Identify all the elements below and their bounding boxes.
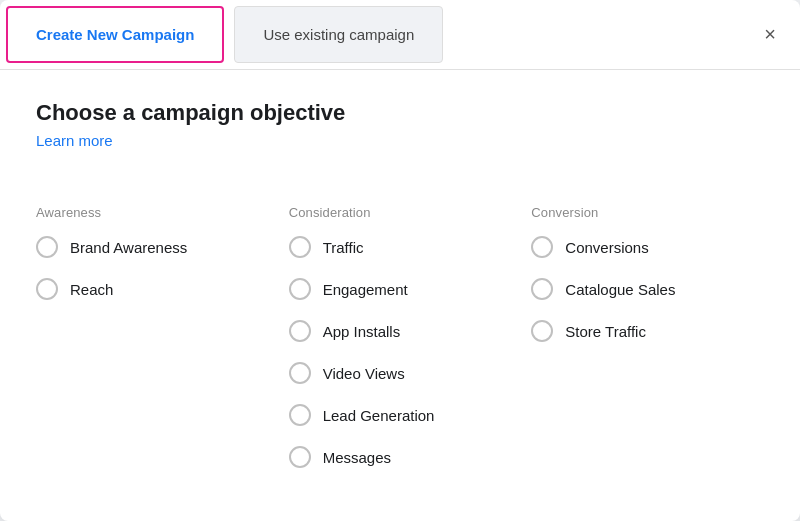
column-conversion: ConversionConversionsCatalogue SalesStor… [521,205,764,488]
objective-label-store-traffic: Store Traffic [565,323,646,340]
objective-item-traffic[interactable]: Traffic [289,236,512,258]
radio-messages[interactable] [289,446,311,468]
objective-label-brand-awareness: Brand Awareness [70,239,187,256]
radio-video-views[interactable] [289,362,311,384]
close-button[interactable]: × [756,21,784,49]
objective-label-video-views: Video Views [323,365,405,382]
objective-label-traffic: Traffic [323,239,364,256]
radio-app-installs[interactable] [289,320,311,342]
modal-body: Choose a campaign objective Learn more A… [0,70,800,518]
radio-store-traffic[interactable] [531,320,553,342]
tab-create-new-campaign[interactable]: Create New Campaign [6,6,224,63]
objective-item-conversions[interactable]: Conversions [531,236,754,258]
radio-traffic[interactable] [289,236,311,258]
column-header-0: Awareness [36,205,269,220]
objective-label-messages: Messages [323,449,391,466]
column-header-2: Conversion [531,205,754,220]
modal-title: Choose a campaign objective [36,100,764,126]
radio-conversions[interactable] [531,236,553,258]
objective-item-messages[interactable]: Messages [289,446,512,468]
objective-item-engagement[interactable]: Engagement [289,278,512,300]
objective-item-app-installs[interactable]: App Installs [289,320,512,342]
objective-item-reach[interactable]: Reach [36,278,269,300]
radio-lead-generation[interactable] [289,404,311,426]
campaign-modal: Create New Campaign Use existing campaig… [0,0,800,521]
objective-label-lead-generation: Lead Generation [323,407,435,424]
tab-bar: Create New Campaign Use existing campaig… [0,0,800,70]
tab-use-existing-campaign[interactable]: Use existing campaign [234,6,443,63]
close-icon: × [764,23,776,46]
radio-catalogue-sales[interactable] [531,278,553,300]
objective-item-brand-awareness[interactable]: Brand Awareness [36,236,269,258]
radio-reach[interactable] [36,278,58,300]
radio-brand-awareness[interactable] [36,236,58,258]
radio-engagement[interactable] [289,278,311,300]
learn-more-link[interactable]: Learn more [36,132,113,149]
objective-label-reach: Reach [70,281,113,298]
objective-label-catalogue-sales: Catalogue Sales [565,281,675,298]
objective-label-engagement: Engagement [323,281,408,298]
objective-label-conversions: Conversions [565,239,648,256]
objectives-grid: AwarenessBrand AwarenessReachConsiderati… [36,205,764,488]
column-consideration: ConsiderationTrafficEngagementApp Instal… [279,205,522,488]
objective-item-store-traffic[interactable]: Store Traffic [531,320,754,342]
objective-label-app-installs: App Installs [323,323,401,340]
column-awareness: AwarenessBrand AwarenessReach [36,205,279,488]
objective-item-lead-generation[interactable]: Lead Generation [289,404,512,426]
objective-item-video-views[interactable]: Video Views [289,362,512,384]
column-header-1: Consideration [289,205,512,220]
objective-item-catalogue-sales[interactable]: Catalogue Sales [531,278,754,300]
